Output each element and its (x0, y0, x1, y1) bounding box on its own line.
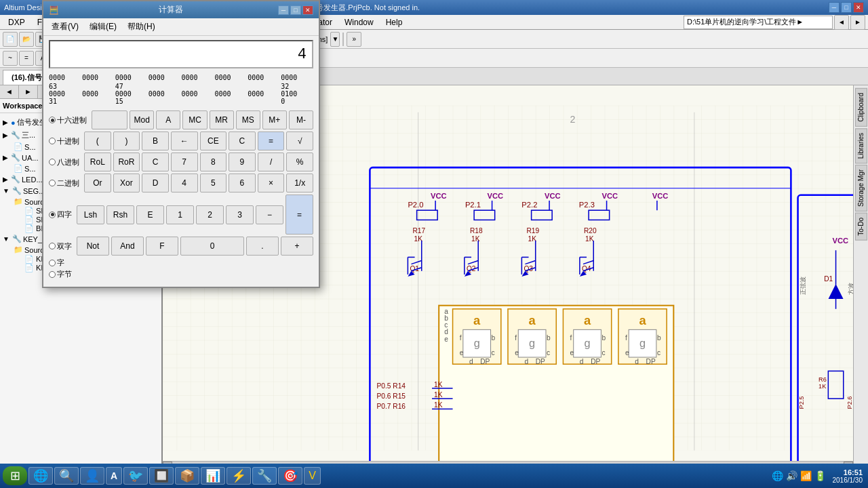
path-input[interactable] (684, 16, 833, 29)
clock-date: 2016/1/30 (833, 476, 863, 484)
todo-tab[interactable]: To-Do (855, 213, 867, 241)
calc-mplus-btn[interactable]: M+ (262, 110, 287, 129)
dec-radio[interactable]: 十进制 (49, 136, 79, 146)
calc-1-btn[interactable]: 1 (166, 205, 194, 224)
calc-6-btn[interactable]: 6 (229, 174, 256, 192)
taskbar-a[interactable]: A (106, 467, 122, 485)
taskbar-v[interactable]: V (304, 467, 321, 485)
calc-f-btn[interactable]: F (146, 237, 178, 256)
clipboard-tab[interactable]: Clipboard (855, 88, 867, 127)
minimize-button[interactable]: ─ (829, 2, 840, 13)
calc-0-btn[interactable]: 0 (180, 237, 244, 256)
variations-dropdown[interactable]: ▼ (330, 32, 340, 47)
open-btn[interactable]: 📂 (19, 32, 34, 47)
calc-close-paren-btn[interactable]: ) (113, 131, 140, 150)
taskbar-altium[interactable]: 🔧 (252, 467, 277, 485)
calc-sqrt-btn[interactable]: √ (286, 131, 313, 150)
calc-back-btn[interactable]: ← (171, 131, 198, 150)
calc-maximize-btn[interactable]: □ (290, 5, 301, 15)
calc-xor-btn[interactable]: Xor (113, 174, 140, 192)
calc-ror-btn[interactable]: RoR (113, 152, 140, 171)
taskbar-box[interactable]: 🔲 (149, 467, 174, 485)
calc-open-paren-btn[interactable]: ( (84, 131, 111, 150)
bus-btn[interactable]: = (19, 51, 34, 66)
calc-c2-btn[interactable]: C (142, 152, 169, 171)
calc-4-btn[interactable]: 4 (171, 174, 198, 192)
calc-b-btn[interactable]: B (142, 131, 169, 150)
twobyte-radio[interactable]: 双字 (49, 241, 72, 251)
menu-window[interactable]: Window (339, 16, 379, 28)
calc-div-btn[interactable]: / (258, 152, 285, 171)
calc-mc-btn[interactable]: MC (182, 110, 207, 129)
calc-2-btn[interactable]: 2 (196, 205, 224, 224)
nav-fwd-btn[interactable]: ► (850, 15, 865, 30)
taskbar-chart[interactable]: 📊 (201, 467, 225, 485)
calc-5-btn[interactable]: 5 (200, 174, 227, 192)
start-button[interactable]: ⊞ (3, 466, 27, 485)
taskbar-bird[interactable]: 🐦 (123, 467, 148, 485)
calc-menu-edit[interactable]: 编辑(E) (84, 20, 122, 34)
oct-radio[interactable]: 八进制 (49, 157, 79, 167)
new-btn[interactable]: 📄 (3, 32, 18, 47)
libraries-tab[interactable]: Libraries (855, 128, 867, 163)
maximize-button[interactable]: □ (841, 2, 852, 13)
calc-equals-btn[interactable]: = (285, 195, 313, 235)
calc-rsh-btn[interactable]: Rsh (106, 205, 134, 224)
calc-equals2-btn[interactable]: = (258, 131, 285, 150)
calc-c-btn[interactable]: C (229, 131, 256, 150)
calc-dot-btn[interactable]: . (246, 237, 279, 256)
calc-inv-btn[interactable]: 1/x (286, 174, 313, 192)
fourbyte-radio[interactable]: 四字 (49, 209, 72, 220)
calc-minus-btn[interactable]: − (256, 205, 283, 224)
calc-close-btn[interactable]: ✕ (302, 5, 313, 15)
storage-tab[interactable]: Storage Mgr (855, 165, 867, 211)
calc-7-btn[interactable]: 7 (171, 152, 198, 171)
arrow-icon4: ▶ (3, 176, 8, 183)
svg-text:P2.0: P2.0 (408, 201, 423, 209)
project-label2: 三... (22, 130, 35, 140)
taskbar-pkg[interactable]: 📦 (175, 467, 199, 485)
calc-8-btn[interactable]: 8 (200, 152, 227, 171)
hex-radio[interactable]: 十六进制 (49, 115, 87, 125)
calc-minimize-btn[interactable]: ─ (278, 5, 289, 15)
menu-help[interactable]: Help (380, 16, 408, 28)
halfbyte-dot (49, 271, 56, 278)
bin-radio[interactable]: 二进制 (49, 178, 79, 188)
taskbar-circuit[interactable]: ⚡ (226, 467, 251, 485)
calc-a-btn[interactable]: A (156, 110, 180, 129)
onebyte-radio[interactable]: 字 (49, 258, 72, 268)
calc-and-btn[interactable]: And (111, 237, 144, 256)
close-button[interactable]: ✕ (853, 2, 864, 13)
calc-3-btn[interactable]: 3 (226, 205, 254, 224)
calc-d-btn[interactable]: D (142, 174, 169, 192)
taskbar-tools[interactable]: 🎯 (278, 467, 302, 485)
taskbar-user[interactable]: 👤 (80, 467, 104, 485)
calc-mr-btn[interactable]: MR (210, 110, 234, 129)
calc-ms-btn[interactable]: MS (236, 110, 260, 129)
calc-mul-btn[interactable]: × (258, 174, 285, 192)
calc-mod-btn[interactable]: Mod (130, 110, 154, 129)
calc-e-btn[interactable]: E (136, 205, 164, 224)
calc-plus-btn[interactable]: + (281, 237, 313, 256)
calc-lsh-btn[interactable]: Lsh (77, 205, 104, 224)
calc-9-btn[interactable]: 9 (229, 152, 256, 171)
calc-menu-help[interactable]: 帮助(H) (122, 20, 161, 34)
calc-or-btn[interactable]: Or (84, 174, 111, 192)
calc-ce-btn[interactable]: CE (200, 131, 227, 150)
fourbyte-label: 四字 (57, 209, 72, 220)
menu-dxp[interactable]: DXP (3, 16, 31, 28)
taskbar-ie[interactable]: 🌐 (28, 467, 53, 485)
calc-pct-btn[interactable]: % (286, 152, 313, 171)
calc-space-btn[interactable] (92, 110, 127, 129)
sidebar-tab-expand[interactable]: ► (19, 85, 38, 98)
calc-mminus-btn[interactable]: M- (289, 110, 313, 129)
halfbyte-radio[interactable]: 字节 (49, 269, 72, 279)
calc-menu-view[interactable]: 查看(V) (46, 20, 84, 34)
more-btn[interactable]: » (347, 32, 361, 47)
sidebar-tab-nav[interactable]: ◄ (0, 85, 19, 98)
wire-btn[interactable]: ~ (3, 51, 18, 66)
taskbar-search[interactable]: 🔍 (54, 467, 79, 485)
nav-back-btn[interactable]: ◄ (834, 15, 849, 30)
calc-rol-btn[interactable]: RoL (84, 152, 111, 171)
calc-not-btn[interactable]: Not (77, 237, 109, 256)
